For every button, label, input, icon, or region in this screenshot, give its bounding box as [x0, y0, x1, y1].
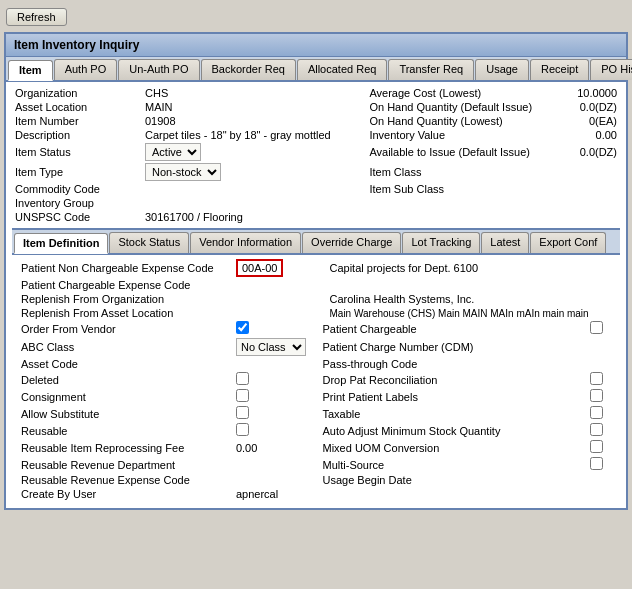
sub-tab-export-conf[interactable]: Export Conf [530, 232, 606, 253]
form-row-description: Description Carpet tiles - 18" by 18" - … [12, 128, 620, 142]
replenish-asset-value [233, 306, 320, 320]
description-label: Description [12, 128, 142, 142]
item-status-select[interactable]: Active [145, 143, 201, 161]
print-patient-label: Print Patient Labels [320, 388, 588, 405]
allow-substitute-checkbox[interactable] [236, 406, 249, 419]
taxable-label: Taxable [320, 405, 588, 422]
deleted-checkbox-cell [233, 371, 320, 388]
organization-value: CHS [142, 86, 366, 100]
reusable-checkbox[interactable] [236, 423, 249, 436]
tab-transfer-req[interactable]: Transfer Req [388, 59, 474, 80]
auto-adjust-label: Auto Adjust Minimum Stock Quantity [320, 422, 588, 439]
pass-through-label: Pass-through Code [320, 357, 588, 371]
sub-tab-lot-tracking[interactable]: Lot Tracking [402, 232, 480, 253]
tab-po-history[interactable]: PO History [590, 59, 632, 80]
refresh-button[interactable]: Refresh [6, 8, 67, 26]
item-type-label: Item Type [12, 162, 142, 182]
sub-tab-override-charge[interactable]: Override Charge [302, 232, 401, 253]
sub-tab-vendor-info[interactable]: Vendor Information [190, 232, 301, 253]
form-row-item-type: Item Type Non-stock Item Class [12, 162, 620, 182]
order-from-vendor-checkbox[interactable] [236, 321, 249, 334]
item-number-label: Item Number [12, 114, 142, 128]
patient-chargeable-right-checkbox[interactable] [590, 321, 603, 334]
tab-allocated-req[interactable]: Allocated Req [297, 59, 388, 80]
form-row-item-number: Item Number 01908 On Hand Quantity (Lowe… [12, 114, 620, 128]
asset-location-label: Asset Location [12, 100, 142, 114]
auto-adjust-checkbox[interactable] [590, 423, 603, 436]
auto-adjust-checkbox-cell [587, 422, 614, 439]
on-hand-qty-lowest-value: 0(EA) [566, 114, 620, 128]
item-class-value [566, 162, 620, 182]
print-patient-checkbox[interactable] [590, 389, 603, 402]
replenish-org-value [233, 292, 320, 306]
on-hand-qty-label: On Hand Quantity (Default Issue) [366, 100, 566, 114]
sub-tab-stock-status[interactable]: Stock Status [109, 232, 189, 253]
description-value: Carpet tiles - 18" by 18" - gray mottled [142, 128, 366, 142]
window-title: Item Inventory Inquiry [6, 34, 626, 57]
tab-unauth-po[interactable]: Un-Auth PO [118, 59, 199, 80]
def-area: Patient Non Chargeable Expense Code 00A-… [12, 255, 620, 504]
order-from-vendor-checkbox-cell [233, 320, 320, 337]
deleted-checkbox[interactable] [236, 372, 249, 385]
item-sub-class-label: Item Sub Class [366, 182, 566, 196]
patient-chargeable-right-checkbox-cell [587, 320, 614, 337]
def-row-replenish-asset: Replenish From Asset Location Main Wareh… [18, 306, 614, 320]
form-row-asset-location: Asset Location MAIN On Hand Quantity (De… [12, 100, 620, 114]
multi-source-checkbox[interactable] [590, 457, 603, 470]
item-number-value: 01908 [142, 114, 366, 128]
consignment-checkbox[interactable] [236, 389, 249, 402]
taxable-checkbox[interactable] [590, 406, 603, 419]
def-row-allow-substitute: Allow Substitute Taxable [18, 405, 614, 422]
tab-receipt[interactable]: Receipt [530, 59, 589, 80]
mixed-uom-label: Mixed UOM Conversion [320, 439, 588, 456]
pass-through-value [587, 357, 614, 371]
patient-charge-number-value [587, 337, 614, 357]
reusable-revenue-dept-label: Reusable Revenue Department [18, 456, 233, 473]
reusable-fee-value: 0.00 [233, 439, 320, 456]
available-label: Available to Issue (Default Issue) [366, 142, 566, 162]
patient-non-chargeable-label: Patient Non Chargeable Expense Code [18, 258, 233, 278]
def-row-reusable: Reusable Auto Adjust Minimum Stock Quant… [18, 422, 614, 439]
main-tab-bar: Item Auth PO Un-Auth PO Backorder Req Al… [6, 57, 626, 82]
item-status-label: Item Status [12, 142, 142, 162]
sub-tab-item-definition[interactable]: Item Definition [14, 233, 108, 254]
mixed-uom-checkbox[interactable] [590, 440, 603, 453]
def-row-reusable-fee: Reusable Item Reprocessing Fee 0.00 Mixe… [18, 439, 614, 456]
def-row-replenish-org: Replenish From Organization Carolina Hea… [18, 292, 614, 306]
sub-tab-latest[interactable]: Latest [481, 232, 529, 253]
usage-begin-value [587, 473, 614, 487]
inventory-group-value [142, 196, 366, 210]
tab-usage[interactable]: Usage [475, 59, 529, 80]
item-type-cell: Non-stock [142, 162, 366, 182]
item-type-select[interactable]: Non-stock [145, 163, 221, 181]
patient-chargeable-label: Patient Chargeable Expense Code [18, 278, 233, 292]
replenish-asset-right-value: Main Warehouse (CHS) Main MAIN MAIn mAIn… [320, 306, 615, 320]
tab-auth-po[interactable]: Auth PO [54, 59, 118, 80]
abc-class-select[interactable]: No Class [236, 338, 306, 356]
form-row-inventory-group: Inventory Group [12, 196, 620, 210]
allow-substitute-label: Allow Substitute [18, 405, 233, 422]
item-status-cell: Active [142, 142, 366, 162]
on-hand-qty-lowest-label: On Hand Quantity (Lowest) [366, 114, 566, 128]
patient-charge-number-label: Patient Charge Number (CDM) [320, 337, 588, 357]
tab-item[interactable]: Item [8, 60, 53, 81]
item-sub-class-value [566, 182, 620, 196]
form-row-unspsc: UNSPSC Code 30161700 / Flooring [12, 210, 620, 224]
form-area: Organization CHS Average Cost (Lowest) 1… [6, 82, 626, 508]
reusable-revenue-dept-value [233, 456, 320, 473]
multi-source-label: Multi-Source [320, 456, 588, 473]
usage-begin-label: Usage Begin Date [320, 473, 588, 487]
drop-pat-checkbox[interactable] [590, 372, 603, 385]
order-from-vendor-label: Order From Vendor [18, 320, 233, 337]
consignment-label: Consignment [18, 388, 233, 405]
patient-chargeable-right-label: Patient Chargeable [320, 320, 588, 337]
commodity-code-value [142, 182, 366, 196]
def-row-reusable-revenue-dept: Reusable Revenue Department Multi-Source [18, 456, 614, 473]
def-row-deleted: Deleted Drop Pat Reconciliation [18, 371, 614, 388]
allow-substitute-checkbox-cell [233, 405, 320, 422]
drop-pat-label: Drop Pat Reconciliation [320, 371, 588, 388]
reusable-expense-label: Reusable Revenue Expense Code [18, 473, 233, 487]
tab-backorder-req[interactable]: Backorder Req [201, 59, 296, 80]
toolbar: Refresh [4, 4, 628, 32]
def-row-abc-class: ABC Class No Class Patient Charge Number… [18, 337, 614, 357]
